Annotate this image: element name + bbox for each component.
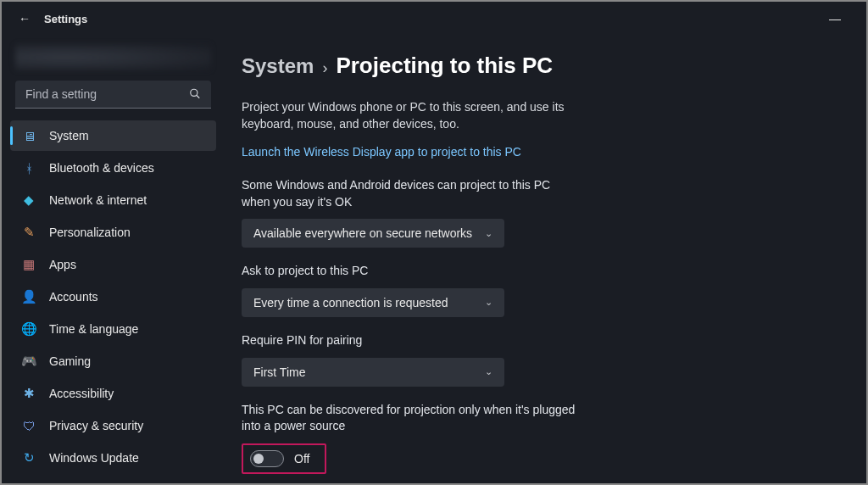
sidebar-item-label: Bluetooth & devices (49, 161, 154, 175)
sidebar-item-time-language[interactable]: 🌐Time & language (10, 314, 216, 344)
sidebar-item-personalization[interactable]: ✎Personalization (10, 217, 216, 248)
sidebar-item-label: Personalization (49, 226, 131, 239)
setting-block-1: Ask to project to this PCEvery time a co… (242, 263, 832, 317)
chevron-right-icon: › (322, 59, 327, 77)
setting-label: Require PIN for pairing (242, 332, 581, 349)
sidebar-item-gaming[interactable]: 🎮Gaming (10, 346, 216, 376)
toggle-state-label: Off (294, 452, 309, 465)
sidebar-item-apps[interactable]: ▦Apps (10, 249, 216, 280)
wifi-icon: ◆ (20, 192, 37, 209)
gamepad-icon: 🎮 (20, 353, 37, 370)
accessibility-icon: ✱ (20, 385, 37, 402)
nav-list: 🖥SystemᚼBluetooth & devices◆Network & in… (10, 120, 216, 475)
sidebar-item-label: Apps (49, 258, 76, 271)
sidebar-item-system[interactable]: 🖥System (10, 120, 216, 151)
svg-line-1 (197, 95, 200, 98)
sidebar-item-windows-update[interactable]: ↻Windows Update (10, 443, 216, 473)
system-icon: 🖥 (20, 127, 37, 144)
back-button[interactable]: ← (19, 12, 31, 25)
sidebar-item-accessibility[interactable]: ✱Accessibility (10, 378, 216, 409)
sidebar-item-label: System (49, 129, 89, 142)
sidebar-item-label: Network & internet (49, 193, 147, 207)
brush-icon: ✎ (20, 224, 37, 241)
sidebar-item-label: Time & language (49, 322, 138, 336)
setting-block-0: Some Windows and Android devices can pro… (242, 177, 832, 248)
setting-label: Some Windows and Android devices can pro… (242, 177, 581, 210)
power-discovery-toggle-row: Off (242, 443, 326, 474)
sidebar-item-bluetooth-devices[interactable]: ᚼBluetooth & devices (10, 153, 216, 183)
globe-icon: 🌐 (20, 321, 37, 337)
search-input[interactable] (15, 81, 211, 109)
setting-dropdown-0[interactable]: Available everywhere on secure networks⌄ (242, 219, 504, 248)
sidebar-item-label: Gaming (49, 354, 91, 368)
sidebar-item-label: Accounts (49, 290, 98, 304)
app-title: Settings (44, 13, 87, 25)
dropdown-value: Available everywhere on secure networks (253, 226, 472, 240)
minimize-button[interactable]: — (829, 12, 841, 25)
page-title: Projecting to this PC (336, 53, 553, 79)
sidebar-item-privacy-security[interactable]: 🛡Privacy & security (10, 410, 216, 441)
bluetooth-icon: ᚼ (20, 159, 37, 176)
sidebar: 🖥SystemᚼBluetooth & devices◆Network & in… (2, 36, 225, 483)
setting-label: Ask to project to this PC (242, 263, 581, 280)
dropdown-value: Every time a connection is requested (253, 296, 448, 309)
apps-icon: ▦ (20, 256, 37, 273)
breadcrumb-parent[interactable]: System (242, 54, 314, 78)
chevron-down-icon: ⌄ (485, 366, 492, 377)
sidebar-item-label: Windows Update (49, 451, 139, 465)
sidebar-item-network-internet[interactable]: ◆Network & internet (10, 185, 216, 215)
shield-icon: 🛡 (20, 417, 37, 434)
sidebar-item-accounts[interactable]: 👤Accounts (10, 282, 216, 312)
setting-dropdown-1[interactable]: Every time a connection is requested⌄ (242, 288, 504, 317)
dropdown-value: First Time (253, 365, 305, 379)
person-icon: 👤 (20, 288, 37, 305)
setting-dropdown-2[interactable]: First Time⌄ (242, 358, 504, 387)
search-icon (189, 87, 201, 102)
setting-block-2: Require PIN for pairingFirst Time⌄ (242, 332, 832, 387)
chevron-down-icon: ⌄ (485, 228, 492, 239)
user-info-blurred (15, 44, 211, 70)
power-discovery-toggle[interactable] (250, 450, 284, 467)
launch-wireless-display-link[interactable]: Launch the Wireless Display app to proje… (242, 145, 521, 159)
svg-point-0 (191, 89, 198, 96)
breadcrumb: System › Projecting to this PC (242, 53, 832, 79)
toggle-label: This PC can be discovered for projection… (242, 402, 581, 435)
update-icon: ↻ (20, 449, 37, 466)
main-content: System › Projecting to this PC Project y… (225, 36, 866, 483)
chevron-down-icon: ⌄ (485, 297, 492, 308)
page-description: Project your Windows phone or PC to this… (242, 99, 581, 132)
sidebar-item-label: Accessibility (49, 387, 114, 400)
toggle-knob (253, 454, 264, 464)
sidebar-item-label: Privacy & security (49, 419, 143, 432)
